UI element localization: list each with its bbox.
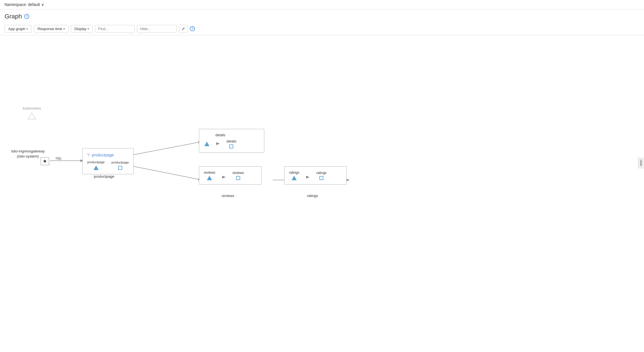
toolbar-help-icon[interactable]: ? [190,26,195,31]
productpage-service-label: productpage [92,153,114,157]
svg-marker-9 [28,113,36,119]
productpage-triangle-group: productpage [87,160,105,170]
page-title: Graph [5,13,22,20]
productpage-box[interactable]: ⑂ productpage productpage productpage [82,148,134,174]
rt-sq: ratings [316,171,327,180]
rv-tri: reviews [204,171,215,180]
display-button[interactable]: Display ▾ [71,25,93,33]
svg-line-3 [128,142,202,156]
http-label: http [56,156,61,160]
toolbar: App graph ▾ Response time ▾ Display ▾ ⤢ … [0,22,644,35]
productpage-square-group: productpage [111,161,129,170]
ratings-tri-icon [292,176,297,180]
gateway-node[interactable]: ✱ [41,157,49,165]
expand-icon: ⤢ [182,26,185,31]
svg-marker-11 [222,176,226,179]
productpage-square-label: productpage [111,161,129,164]
kubernetes-node [28,112,36,121]
kubernetes-label: kubernetes [23,106,41,110]
namespace-chevron: ∨ [41,2,44,7]
app-graph-label: App graph [8,27,25,31]
rt-tri: ratings [289,171,299,180]
productpage-triangle-icon [94,165,99,170]
details-square [229,144,233,148]
hide-input[interactable] [137,25,177,33]
display-chevron: ▾ [88,27,89,30]
gateway-icon: ✱ [41,157,49,165]
find-input[interactable] [95,25,135,33]
app-graph-chevron: ▾ [26,27,28,30]
namespace-selector[interactable]: Namespace: default ∨ [5,2,44,7]
reviews-box[interactable]: reviews reviews [199,166,261,185]
reviews-tri-icon [207,176,212,180]
reviews-footer: reviews [222,194,234,198]
productpage-square-icon [118,166,122,170]
ratings-footer: ratings [307,194,318,198]
details-triangle [204,142,209,146]
display-label: Display [74,27,87,31]
ratings-sq-icon [319,176,323,180]
rv-sq: reviews [232,171,244,180]
ratings-box[interactable]: ratings ratings [284,166,347,185]
details-tri-node [204,142,209,146]
details-tri-top: details [215,133,225,137]
expand-button[interactable]: ⤢ [179,25,188,33]
page-header: Graph ? [0,9,644,22]
app-graph-button[interactable]: App graph ▾ [5,25,32,33]
productpage-triangle-label: productpage [87,160,105,164]
top-bar: Namespace: default ∨ [0,0,644,9]
svg-line-5 [128,165,202,180]
response-time-label: Response time [38,27,62,31]
svg-marker-10 [216,142,220,145]
productpage-footer: productpage [94,174,114,179]
response-time-button[interactable]: Response time ▾ [34,25,68,33]
right-edge-hide[interactable]: Hide [638,158,644,169]
graph-canvas: kubernetes istio-ingressgateway (istio-s… [0,35,644,291]
header-help-icon[interactable]: ? [24,14,29,19]
kubernetes-triangle-icon [28,112,36,120]
productpage-service-icon: ⑂ [87,152,90,158]
response-time-chevron: ▾ [63,27,65,30]
details-box[interactable]: details details [199,129,264,153]
details-sq-node: details [227,139,236,148]
namespace-label: Namespace: default [5,2,40,7]
svg-marker-12 [306,176,309,179]
reviews-sq-icon [236,176,240,180]
